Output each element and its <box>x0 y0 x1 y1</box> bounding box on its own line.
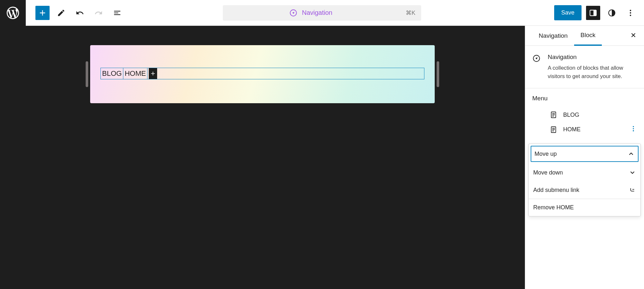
navigation-block[interactable]: BLOG HOME <box>100 68 424 79</box>
svg-point-6 <box>630 15 631 16</box>
popover-add-submenu[interactable]: Add submenu link <box>529 181 640 199</box>
popover-label: Add submenu link <box>533 187 579 194</box>
popover-label: Remove HOME <box>533 204 574 211</box>
menu-item-home[interactable]: HOME <box>532 122 637 137</box>
menu-panel: Menu BLOG HOME <box>525 88 644 140</box>
menu-panel-title: Menu <box>532 95 637 102</box>
submenu-icon <box>629 186 636 194</box>
resize-handle-left[interactable] <box>86 61 88 87</box>
compass-icon <box>289 9 298 17</box>
settings-sidebar-toggle[interactable] <box>586 6 600 20</box>
editor-header: Navigation ⌘K Save <box>0 0 644 26</box>
styles-button[interactable] <box>605 6 619 20</box>
close-icon <box>630 32 637 39</box>
header-right-tools: Save <box>554 5 644 20</box>
close-sidebar-button[interactable] <box>630 32 637 40</box>
plus-icon <box>150 70 156 77</box>
document-title-bar[interactable]: Navigation ⌘K <box>223 5 421 21</box>
nav-item-spacer <box>147 68 158 79</box>
tab-block[interactable]: Block <box>574 26 602 46</box>
chevron-up-icon <box>628 150 635 157</box>
redo-button[interactable] <box>91 6 106 20</box>
menu-item-options-button[interactable] <box>630 125 637 134</box>
list-view-icon <box>113 9 121 17</box>
dots-vertical-icon <box>630 125 637 132</box>
document-title: Navigation <box>302 9 333 16</box>
menu-item-label: HOME <box>563 126 581 133</box>
undo-button[interactable] <box>73 6 87 20</box>
svg-point-12 <box>633 130 634 132</box>
chevron-down-icon <box>629 169 636 176</box>
popover-label: Move up <box>535 151 557 157</box>
redo-icon <box>94 9 103 17</box>
block-info-panel: Navigation A collection of blocks that a… <box>525 46 644 88</box>
svg-point-5 <box>630 12 631 13</box>
command-shortcut: ⌘K <box>406 9 415 16</box>
dots-vertical-icon <box>626 9 635 17</box>
more-options-button[interactable] <box>623 6 638 20</box>
popover-move-down[interactable]: Move down <box>529 164 640 181</box>
svg-point-10 <box>633 126 634 127</box>
block-inserter-button[interactable] <box>35 6 50 20</box>
menu-item-options-popover: Move up Move down Add submenu link Remov… <box>528 144 641 216</box>
tab-navigation[interactable]: Navigation <box>532 26 574 45</box>
page-icon <box>550 126 557 134</box>
save-button[interactable]: Save <box>554 5 582 20</box>
menu-items-list: BLOG HOME <box>532 108 637 137</box>
contrast-icon <box>608 9 616 17</box>
nav-empty-area[interactable] <box>158 68 424 79</box>
wordpress-logo-button[interactable] <box>0 0 26 26</box>
svg-point-4 <box>630 10 631 11</box>
block-description: A collection of blocks that allow visito… <box>548 64 637 80</box>
svg-point-11 <box>633 128 634 129</box>
block-title: Navigation <box>548 54 637 61</box>
pencil-icon <box>57 9 65 17</box>
settings-sidebar: Navigation Block Navigation A collection… <box>525 26 644 289</box>
undo-icon <box>76 9 84 17</box>
menu-item-blog[interactable]: BLOG <box>532 108 637 122</box>
document-overview-button[interactable] <box>110 6 124 20</box>
sidebar-icon <box>589 9 597 17</box>
page-icon <box>550 111 557 119</box>
resize-handle-right[interactable] <box>437 61 439 87</box>
menu-item-label: BLOG <box>563 112 579 118</box>
nav-item-home[interactable]: HOME <box>123 68 147 79</box>
nav-add-item-button[interactable] <box>149 68 157 79</box>
nav-item-blog[interactable]: BLOG <box>101 68 123 79</box>
editor-canvas-wrap: BLOG HOME <box>0 26 525 289</box>
header-left-tools <box>26 6 124 20</box>
svg-rect-2 <box>593 10 596 15</box>
sidebar-tabs: Navigation Block <box>525 26 644 46</box>
compass-icon <box>532 54 541 63</box>
plus-icon <box>38 8 47 17</box>
popover-label: Move down <box>533 169 563 176</box>
main-area: BLOG HOME Navigation Block Navigation <box>0 26 644 289</box>
popover-remove[interactable]: Remove HOME <box>529 199 640 216</box>
popover-move-up[interactable]: Move up <box>531 146 639 162</box>
wordpress-icon <box>5 5 20 20</box>
edit-mode-button[interactable] <box>54 6 68 20</box>
editor-canvas[interactable]: BLOG HOME <box>90 45 435 103</box>
